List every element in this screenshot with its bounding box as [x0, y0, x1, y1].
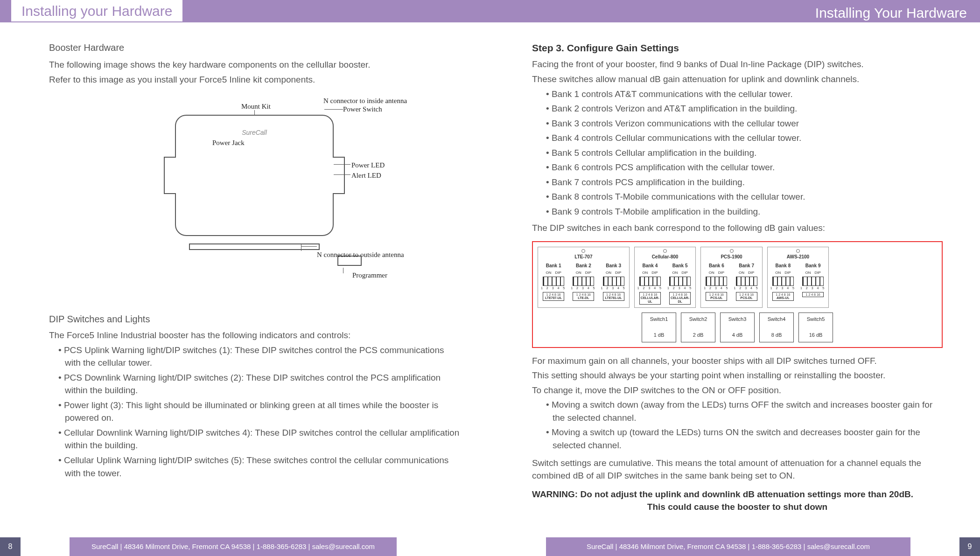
dip-switch-icon: [669, 277, 691, 286]
led-icon: [663, 249, 667, 253]
dip-bank-name: Bank 3: [606, 263, 621, 270]
on-dip-labels: ONDIP: [805, 270, 820, 276]
footer-gap: [490, 537, 546, 556]
bank-list-item: Bank 5 controls Cellular amplification i…: [532, 146, 943, 160]
dip-nums: 1 2 3 4 5: [800, 286, 826, 291]
dip-sublabel: 1 2 4 8 16CELLULAR-DL: [669, 292, 691, 305]
on-dip-labels: ONDIP: [709, 270, 724, 276]
dip-switch-icon: [639, 277, 661, 286]
intro-2: Refer to this image as you install your …: [49, 73, 460, 86]
legend-item: Switch34 dB: [720, 313, 755, 342]
dip-bank-name: Bank 6: [709, 263, 724, 270]
dip-sublabel: 1 2 4 8 16AWS-UL: [772, 292, 794, 301]
dip-bank-name: Bank 9: [805, 263, 821, 270]
mount-left-icon: [164, 157, 176, 194]
lead: [343, 268, 343, 273]
dip-bank: Bank 3ONDIP1 2 3 4 51 2 4 8 16LTE781-UL: [601, 263, 626, 301]
lead: [324, 109, 343, 110]
p-start: This setting should always be your start…: [532, 369, 943, 382]
led-icon: [581, 249, 585, 253]
dip-nums: 1 2 3 4 5: [667, 286, 693, 291]
dip-banks-row: Bank 6ONDIP1 2 3 4 51 2 4 8 16PCS-ULBank…: [704, 263, 759, 301]
bank-list-item: Bank 6 controls PCS amplification with t…: [532, 161, 943, 174]
step3-intro1: Facing the front of your booster, find 9…: [532, 58, 943, 71]
header-bar: Installing your Hardware Installing Your…: [0, 0, 980, 22]
on-dip-labels: ONDIP: [672, 270, 687, 276]
dip-bank: Bank 5ONDIP1 2 3 4 51 2 4 8 16CELLULAR-D…: [667, 263, 693, 305]
dip-group: AWS-2100Bank 8ONDIP1 2 3 4 51 2 4 8 16AW…: [767, 247, 829, 308]
footer: 8 SureCall | 48346 Milmont Drive, Fremon…: [0, 537, 980, 556]
dip-bank: Bank 2ONDIP1 2 3 4 51 2 4 8 16LTE-DL: [571, 263, 596, 301]
page-num-left: 8: [0, 537, 21, 556]
on-dip-labels: ONDIP: [576, 270, 591, 276]
booster-heading: Booster Hardware: [49, 41, 460, 55]
dip-bank: Bank 7ONDIP1 2 3 4 51 2 4 8 16PCS-DL: [734, 263, 759, 301]
dip-list-item: PCS Uplink Warning light/DIP switches (1…: [49, 344, 460, 369]
right-page: Step 3. Configure Gain Settings Facing t…: [490, 22, 980, 537]
bank-list-item: Bank 8 controls T-Mobile communications …: [532, 190, 943, 203]
warn-l2: This could cause the booster to shut dow…: [532, 500, 943, 514]
dip-banks-row: Bank 4ONDIP1 2 3 4 51 2 4 8 16CELLULAR-U…: [637, 263, 693, 305]
footer-gap: [910, 537, 959, 556]
dip-sublabel: 1 2 4 8 16LTE781-UL: [603, 292, 624, 301]
dip-figure: LTE-707Bank 1ONDIP1 2 3 4 51 2 4 8 16LTE…: [532, 241, 943, 348]
dip-nums: 1 2 3 4 5: [601, 286, 626, 291]
dip-nums: 1 2 3 4 5: [734, 286, 759, 291]
legend-item: Switch22 dB: [681, 313, 715, 342]
dip-nums: 1 2 3 4 5: [704, 286, 729, 291]
left-page: Booster Hardware The following image sho…: [0, 22, 490, 537]
warning: WARNING: Do not adjust the uplink and do…: [532, 488, 943, 514]
dip-bank-name: Bank 8: [775, 263, 791, 270]
led-icon: [730, 249, 734, 253]
p-change: To change it, move the DIP switches to t…: [532, 384, 943, 397]
dip-list-item: PCS Downlink Warning light/DIP switches …: [49, 371, 460, 397]
bank-list: Bank 1 controls AT&T communications with…: [532, 88, 943, 220]
dip-heading: DIP Switches and Lights: [49, 313, 460, 326]
label-conn-out: N connector to outside antenna: [317, 250, 404, 260]
dip-sublabel: 1 2 4 8 16: [802, 292, 824, 298]
dip-bank-name: Bank 5: [672, 263, 688, 270]
bottom-plate-icon: [189, 243, 320, 250]
dip-groups-row: LTE-707Bank 1ONDIP1 2 3 4 51 2 4 8 16LTE…: [538, 247, 937, 308]
on-dip-labels: ONDIP: [546, 270, 561, 276]
dip-switch-icon: [706, 277, 727, 286]
dip-switch-icon: [802, 277, 824, 286]
dip-sublabel: 1 2 4 8 16LTE-DL: [573, 292, 594, 301]
body: Booster Hardware The following image sho…: [0, 22, 980, 537]
move-list-item: Moving a switch down (away from the LEDs…: [532, 398, 943, 424]
dip-sublabel: 1 2 4 8 16PCS-DL: [736, 292, 757, 301]
label-alert: Alert LED: [351, 171, 381, 181]
legend-item: Switch48 dB: [759, 313, 794, 342]
dip-bank-name: Bank 7: [739, 263, 754, 270]
legend-item: Switch11 dB: [642, 313, 676, 342]
warn-l1: WARNING: Do not adjust the uplink and do…: [532, 489, 913, 499]
footer-left: 8 SureCall | 48346 Milmont Drive, Fremon…: [0, 537, 490, 556]
dip-bank: Bank 6ONDIP1 2 3 4 51 2 4 8 16PCS-UL: [704, 263, 729, 301]
label-pwr-sw: Power Switch: [343, 104, 382, 115]
hardware-diagram: Mount Kit N connector to inside antenna …: [119, 96, 390, 287]
dip-correspond: The DIP switches in each bank correspond…: [532, 222, 943, 235]
move-list-item: Moving a switch up (toward the LEDs) tur…: [532, 426, 943, 452]
footer-gap: [397, 537, 490, 556]
lead: [334, 164, 350, 165]
label-mount: Mount Kit: [241, 102, 271, 112]
intro-1: The following image shows the key hardwa…: [49, 58, 460, 71]
bank-list-item: Bank 4 controls Cellular communications …: [532, 132, 943, 145]
dip-list-item: Cellular Uplink Warning light/DIP switch…: [49, 454, 460, 480]
dip-group-name: LTE-707: [574, 254, 592, 261]
mount-right-icon: [333, 157, 345, 194]
dip-bank-name: Bank 4: [642, 263, 658, 270]
dip-switch-icon: [603, 277, 624, 286]
dip-sublabel: 1 2 4 8 16CELLULAR-UL: [639, 292, 661, 305]
booster-box-icon: [175, 115, 334, 236]
bank-list-item: Bank 3 controls Verizon communications w…: [532, 117, 943, 130]
dip-list-item: Power light (3): This light should be il…: [49, 399, 460, 424]
header-left-tab: Installing your Hardware: [11, 0, 182, 21]
dip-bank: Bank 1ONDIP1 2 3 4 51 2 4 8 16LTE707-UL: [541, 263, 566, 301]
dip-banks-row: Bank 8ONDIP1 2 3 4 51 2 4 8 16AWS-ULBank…: [770, 263, 826, 301]
lead: [254, 110, 255, 116]
dip-group-name: Cellular-800: [652, 254, 679, 261]
bank-list-item: Bank 1 controls AT&T communications with…: [532, 88, 943, 101]
dip-group-name: AWS-2100: [787, 254, 809, 261]
dip-nums: 1 2 3 4 5: [571, 286, 596, 291]
